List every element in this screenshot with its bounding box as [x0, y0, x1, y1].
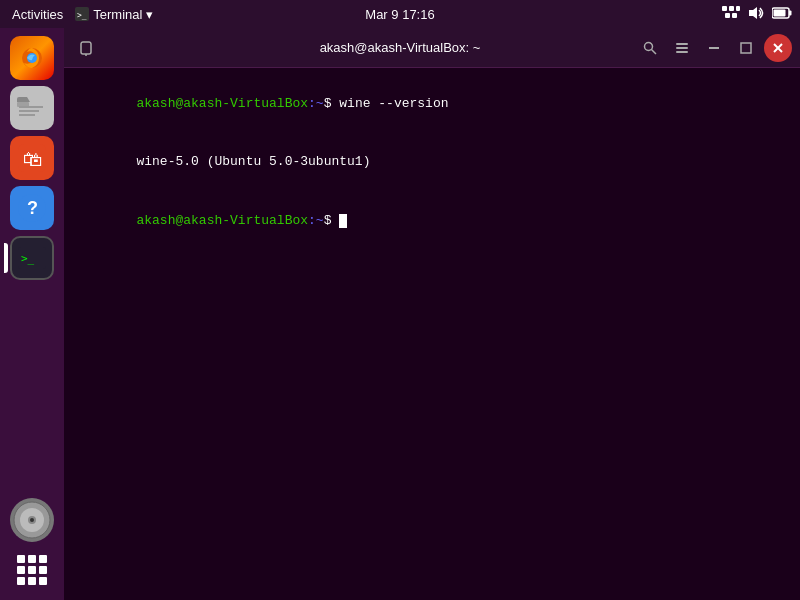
svg-rect-5	[725, 13, 730, 18]
svg-rect-33	[676, 47, 688, 49]
svg-rect-3	[729, 6, 734, 11]
prompt-dollar-3: $	[324, 213, 340, 228]
svg-rect-9	[789, 10, 792, 15]
terminal-line-1: akash@akash-VirtualBox:~$ wine --version	[74, 74, 790, 133]
terminal-dock-icon: >_	[18, 247, 46, 269]
titlebar-left	[72, 34, 100, 62]
close-icon	[773, 43, 783, 53]
terminal-window: akash@akash-VirtualBox: ~	[64, 28, 800, 600]
svg-marker-7	[749, 7, 757, 19]
svg-rect-28	[81, 42, 91, 54]
topbar-date: Mar 9	[365, 7, 398, 22]
svg-rect-2	[722, 6, 727, 11]
svg-rect-10	[774, 9, 786, 16]
terminal-titlebar: akash@akash-VirtualBox: ~	[64, 28, 800, 68]
activities-button[interactable]: Activities	[8, 7, 67, 22]
topbar-left: Activities >_ Terminal ▾	[8, 7, 153, 22]
search-icon	[643, 41, 657, 55]
topbar-terminal-menu[interactable]: >_ Terminal ▾	[75, 7, 153, 22]
svg-rect-16	[19, 110, 39, 112]
terminal-cursor	[339, 214, 347, 228]
minimize-button[interactable]	[700, 34, 728, 62]
dock-item-help[interactable]: ?	[10, 186, 54, 230]
network-icon[interactable]	[722, 6, 740, 23]
firefox-icon	[17, 43, 47, 73]
dvd-icon	[12, 500, 52, 540]
pin-button[interactable]	[72, 34, 100, 62]
dock-item-apps[interactable]	[10, 548, 54, 592]
topbar-right	[722, 6, 792, 23]
terminal-menu-label: Terminal	[93, 7, 142, 22]
svg-rect-32	[676, 43, 688, 45]
svg-rect-15	[19, 106, 43, 108]
svg-rect-36	[741, 43, 751, 53]
svg-point-30	[645, 42, 653, 50]
svg-rect-6	[732, 13, 737, 18]
close-button[interactable]	[764, 34, 792, 62]
apps-dot	[39, 566, 47, 574]
volume-icon[interactable]	[748, 6, 764, 23]
search-button[interactable]	[636, 34, 664, 62]
apps-dot	[28, 566, 36, 574]
terminal-line-3: akash@akash-VirtualBox:~$	[74, 191, 790, 250]
prompt-user-1: akash@akash-VirtualBox	[136, 96, 308, 111]
svg-rect-4	[736, 6, 740, 11]
svg-rect-17	[19, 114, 35, 116]
apps-dot	[39, 555, 47, 563]
terminal-title: akash@akash-VirtualBox: ~	[320, 40, 481, 55]
svg-rect-34	[676, 51, 688, 53]
hamburger-icon	[675, 41, 689, 55]
terminal-content[interactable]: akash@akash-VirtualBox:~$ wine --version…	[64, 68, 800, 600]
apps-dot	[17, 566, 25, 574]
maximize-icon	[740, 42, 752, 54]
topbar: Activities >_ Terminal ▾ Mar 9 17:16	[0, 0, 800, 28]
prompt-path-1: :~	[308, 96, 324, 111]
battery-icon[interactable]	[772, 7, 792, 22]
topbar-time-value: 17:16	[402, 7, 435, 22]
maximize-button[interactable]	[732, 34, 760, 62]
svg-text:?: ?	[27, 198, 38, 218]
menu-button[interactable]	[668, 34, 696, 62]
dock-item-firefox[interactable]	[10, 36, 54, 80]
help-icon: ?	[18, 194, 46, 222]
dock-item-files[interactable]	[10, 86, 54, 130]
apps-dot	[28, 577, 36, 585]
terminal-command-1: wine --version	[331, 96, 448, 111]
dock-item-terminal[interactable]: >_	[10, 236, 54, 280]
apps-dot	[39, 577, 47, 585]
svg-line-31	[652, 49, 657, 54]
apps-dot	[28, 555, 36, 563]
minimize-icon	[708, 42, 720, 54]
appstore-icon: 🛍	[18, 144, 46, 172]
svg-point-27	[30, 518, 34, 522]
titlebar-right	[636, 34, 792, 62]
prompt-path-3: :~	[308, 213, 324, 228]
terminal-output-1: wine-5.0 (Ubuntu 5.0-3ubuntu1)	[136, 154, 370, 169]
files-icon	[17, 94, 47, 122]
topbar-datetime: Mar 9 17:16	[365, 7, 434, 22]
prompt-user-3: akash@akash-VirtualBox	[136, 213, 308, 228]
main-layout: 🛍 ? >_	[0, 28, 800, 600]
svg-text:>_: >_	[21, 252, 35, 265]
sidebar-dock: 🛍 ? >_	[0, 28, 64, 600]
terminal-line-2: wine-5.0 (Ubuntu 5.0-3ubuntu1)	[74, 133, 790, 192]
terminal-icon-small: >_	[75, 7, 89, 21]
dock-item-dvd[interactable]	[10, 498, 54, 542]
svg-text:>_: >_	[77, 11, 87, 20]
svg-text:🛍: 🛍	[23, 148, 43, 170]
apps-dot	[17, 555, 25, 563]
dock-item-appstore[interactable]: 🛍	[10, 136, 54, 180]
terminal-menu-arrow: ▾	[146, 7, 153, 22]
apps-dot	[17, 577, 25, 585]
apps-grid-icon	[17, 555, 47, 585]
